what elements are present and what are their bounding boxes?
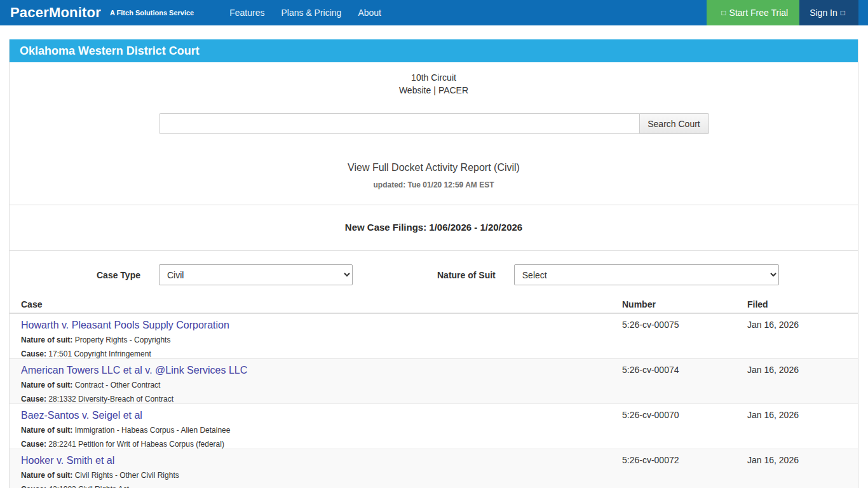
case-title-link[interactable]: Howarth v. Pleasant Pools Supply Corpora… bbox=[21, 320, 622, 331]
filed-date: Jan 16, 2026 bbox=[747, 455, 858, 488]
filed-date: Jan 16, 2026 bbox=[747, 320, 858, 363]
case-title-link[interactable]: Baez-Santos v. Seigel et al bbox=[21, 410, 622, 421]
brand-tagline: A Fitch Solutions Service bbox=[110, 9, 194, 17]
cause-line: Cause: 42:1983 Civil Rights Act bbox=[21, 485, 622, 488]
nature-of-suit-line: Nature of suit: Contract - Other Contrac… bbox=[21, 381, 622, 390]
column-header-number: Number bbox=[622, 299, 747, 309]
table-header-row: Case Number Filed bbox=[10, 296, 858, 314]
start-free-trial-button[interactable]: □ Start Free Trial bbox=[707, 0, 799, 25]
cause-prefix: Cause: bbox=[21, 395, 46, 403]
search-court-button[interactable]: Search Court bbox=[640, 113, 709, 134]
filed-date: Jan 16, 2026 bbox=[747, 410, 858, 454]
table-row: Howarth v. Pleasant Pools Supply Corpora… bbox=[10, 314, 858, 359]
new-case-filings-section: New Case Filings: 1/06/2026 - 1/20/2026 bbox=[10, 205, 858, 250]
case-type-select[interactable]: Civil bbox=[159, 264, 353, 285]
case-number: 5:26-cv-00074 bbox=[622, 365, 747, 409]
brand-logo[interactable]: PacerMonitor bbox=[10, 4, 101, 21]
case-title-link[interactable]: American Towers LLC et al v. @Link Servi… bbox=[21, 365, 622, 376]
court-search-row: Search Court bbox=[10, 113, 858, 134]
nav-link-features[interactable]: Features bbox=[229, 8, 264, 18]
court-links: Website|PACER bbox=[10, 84, 858, 97]
nature-of-suit-line: Nature of suit: Property Rights - Copyri… bbox=[21, 336, 622, 344]
filter-row: Case Type Civil Nature of Suit Select bbox=[10, 251, 858, 296]
nature-value: Property Rights - Copyrights bbox=[75, 336, 171, 344]
filed-date: Jan 16, 2026 bbox=[747, 365, 858, 409]
case-cell: Baez-Santos v. Seigel et al Nature of su… bbox=[21, 410, 622, 454]
new-case-filings-heading: New Case Filings: 1/06/2026 - 1/20/2026 bbox=[10, 222, 858, 233]
case-cell: Howarth v. Pleasant Pools Supply Corpora… bbox=[21, 320, 622, 363]
cause-line: Cause: 17:501 Copyright Infringement bbox=[21, 349, 622, 358]
court-search-input[interactable] bbox=[159, 113, 640, 134]
pacer-link[interactable]: PACER bbox=[438, 85, 468, 95]
nature-value: Contract - Other Contract bbox=[75, 381, 161, 390]
sign-in-caret-icon: □ bbox=[841, 8, 845, 17]
top-navbar: PacerMonitor A Fitch Solutions Service F… bbox=[0, 0, 868, 25]
cause-value: 17:501 Copyright Infringement bbox=[48, 349, 151, 358]
sign-in-label: Sign In bbox=[810, 8, 837, 18]
website-link[interactable]: Website bbox=[399, 85, 431, 95]
case-title-link[interactable]: Hooker v. Smith et al bbox=[21, 455, 622, 466]
nature-of-suit-select[interactable]: Select bbox=[514, 264, 779, 285]
case-table: Case Number Filed Howarth v. Pleasant Po… bbox=[10, 296, 858, 488]
cause-line: Cause: 28:2241 Petition for Writ of Habe… bbox=[21, 440, 622, 449]
case-number: 5:26-cv-00072 bbox=[622, 455, 747, 488]
filters-and-table-section: Case Type Civil Nature of Suit Select Ca… bbox=[10, 250, 858, 488]
case-cell: Hooker v. Smith et al Nature of suit: Ci… bbox=[21, 455, 622, 488]
nature-of-suit-line: Nature of suit: Immigration - Habeas Cor… bbox=[21, 426, 622, 435]
cause-prefix: Cause: bbox=[21, 440, 46, 449]
nature-of-suit-line: Nature of suit: Civil Rights - Other Civ… bbox=[21, 471, 622, 480]
nature-of-suit-label: Nature of Suit bbox=[437, 270, 496, 280]
page-title: Oklahoma Western District Court bbox=[10, 44, 200, 58]
table-row: Baez-Santos v. Seigel et al Nature of su… bbox=[10, 404, 858, 449]
sign-in-button[interactable]: Sign In □ bbox=[799, 0, 858, 25]
cause-prefix: Cause: bbox=[21, 349, 46, 358]
cause-line: Cause: 28:1332 Diversity-Breach of Contr… bbox=[21, 395, 622, 403]
case-type-label: Case Type bbox=[97, 270, 140, 280]
nature-prefix: Nature of suit: bbox=[21, 471, 72, 480]
nav-links: Features Plans & Pricing About bbox=[229, 8, 381, 18]
trial-glyph-icon: □ bbox=[721, 8, 726, 17]
table-row: Hooker v. Smith et al Nature of suit: Ci… bbox=[10, 449, 858, 488]
table-row: American Towers LLC et al v. @Link Servi… bbox=[10, 359, 858, 404]
column-header-case: Case bbox=[21, 299, 622, 309]
nav-link-pricing[interactable]: Plans & Pricing bbox=[281, 8, 341, 18]
start-free-trial-label: Start Free Trial bbox=[729, 8, 789, 18]
court-info-section: 10th Circuit Website|PACER Search Court … bbox=[10, 62, 858, 205]
case-number: 5:26-cv-00070 bbox=[622, 410, 747, 454]
nature-value: Immigration - Habeas Corpus - Alien Deta… bbox=[75, 426, 231, 435]
circuit-label: 10th Circuit bbox=[10, 71, 858, 84]
nature-value: Civil Rights - Other Civil Rights bbox=[75, 471, 179, 480]
cause-value: 42:1983 Civil Rights Act bbox=[48, 485, 129, 488]
case-number: 5:26-cv-00075 bbox=[622, 320, 747, 363]
cause-prefix: Cause: bbox=[21, 485, 46, 488]
column-header-filed: Filed bbox=[747, 299, 858, 309]
nature-prefix: Nature of suit: bbox=[21, 426, 72, 435]
court-title-banner: Oklahoma Western District Court bbox=[10, 39, 858, 62]
nature-prefix: Nature of suit: bbox=[21, 381, 72, 390]
link-separator: | bbox=[433, 85, 436, 95]
case-cell: American Towers LLC et al v. @Link Servi… bbox=[21, 365, 622, 409]
cause-value: 28:1332 Diversity-Breach of Contract bbox=[48, 395, 173, 403]
nav-link-about[interactable]: About bbox=[358, 8, 381, 18]
full-docket-report-link[interactable]: View Full Docket Activity Report (Civil) bbox=[10, 162, 858, 173]
updated-timestamp: updated: Tue 01/20 12:59 AM EST bbox=[10, 180, 858, 189]
court-panel: Oklahoma Western District Court 10th Cir… bbox=[9, 39, 858, 488]
nature-prefix: Nature of suit: bbox=[21, 336, 72, 344]
cause-value: 28:2241 Petition for Writ of Habeas Corp… bbox=[48, 440, 224, 449]
